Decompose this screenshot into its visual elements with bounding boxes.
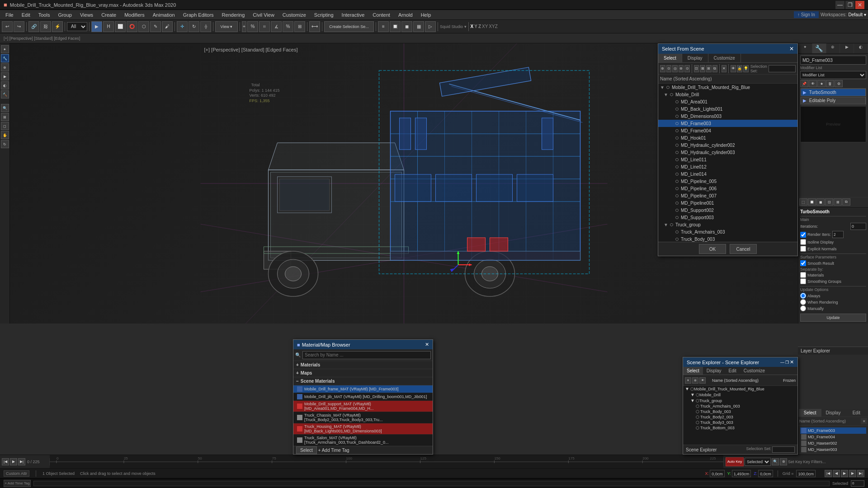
rect-sel-btn[interactable]: ⬜ [115, 21, 126, 32]
show-results-btn[interactable]: 👁 [809, 80, 817, 87]
select-dialog-tab-display[interactable]: Display [682, 54, 708, 62]
mb-scene-materials-section[interactable]: − Scene Materials [293, 377, 433, 385]
sd-tb-3[interactable]: ◎ [672, 65, 678, 72]
scene-item-truck-body[interactable]: ▸ ⬡ Truck_Body_003 [658, 235, 797, 242]
scene-item-md-pipeline-006[interactable]: ▸ ⬡ MD_Pipeline_006 [658, 185, 797, 192]
se-expand-2[interactable]: ▼ [690, 398, 695, 403]
mb-footer[interactable]: Select + Add Time Tag [293, 446, 433, 454]
menu-edit[interactable]: Edit [18, 10, 34, 20]
paint-sel-btn[interactable]: 🖌 [162, 21, 173, 32]
scene-item-mobile-drill[interactable]: ▼ ⬡ Mobile_Drill [658, 91, 797, 98]
add-time-tag-btn[interactable]: + Add Time Tag [4, 480, 31, 487]
selection-set-input[interactable] [769, 65, 796, 72]
modify-tab[interactable]: 🔧 [812, 43, 826, 53]
when-rendering-radio[interactable] [800, 299, 806, 305]
rotate-btn[interactable]: ↻ [189, 21, 199, 32]
select-move-btn[interactable]: ✛ [177, 21, 188, 32]
zoom-icon[interactable]: 🔍 [1, 104, 9, 112]
material-btn[interactable]: ◼ [401, 21, 412, 32]
rsp-tab-display[interactable]: Display [821, 409, 844, 417]
pb-end-btn[interactable]: ▶| [857, 470, 864, 477]
percent-snap-btn[interactable]: % [283, 21, 293, 32]
object-name-input[interactable] [800, 56, 866, 65]
rsp-item-hawser002[interactable]: MD_Hawser002 [800, 440, 866, 446]
sd-tb-lock[interactable]: 🔒 [737, 65, 742, 72]
scale-btn[interactable]: ⟠ [200, 21, 211, 32]
bind-btn[interactable]: ⚡ [52, 21, 63, 32]
mod-icon-5[interactable]: ⊠ [834, 198, 842, 206]
field-of-view-icon[interactable]: ◻ [1, 122, 9, 130]
se-item-truck-body[interactable]: ⬡ Truck_Body_003 [683, 409, 797, 414]
hierarchy-icon[interactable]: ⊕ [1, 63, 9, 71]
menu-rendering[interactable]: Rendering [218, 10, 249, 20]
pin-stack-btn[interactable]: 📌 [800, 80, 808, 87]
scene-item-md-support002[interactable]: ▸ ⬡ MD_Support002 [658, 206, 797, 214]
se-restore-btn[interactable]: ❐ [785, 359, 789, 365]
mod-icon-3[interactable]: ◼ [816, 198, 825, 206]
mb-add-tag[interactable]: + Add Time Tag [318, 448, 349, 453]
selection-filter[interactable]: All [67, 22, 87, 31]
layer-btn[interactable]: ≡ [378, 21, 389, 32]
scene-item-md-line011[interactable]: ▸ ⬡ MD_Line011 [658, 156, 797, 163]
scene-item-md-dimensions[interactable]: ▸ ⬡ MD_Dimensions003 [658, 113, 797, 120]
se-tab-customize[interactable]: Customize [740, 367, 769, 375]
menu-content[interactable]: Content [369, 10, 394, 20]
mb-item-salon-mat[interactable]: Truck_Salon_MAT (VRayMtl) [Truck_Armchai… [293, 435, 433, 446]
scene-item-md-line014[interactable]: ▸ ⬡ MD_Line014 [658, 170, 797, 178]
quick-render-btn[interactable]: ▷ [425, 21, 436, 32]
scene-item-md-area[interactable]: ▸ ⬡ MD_Area001 [658, 98, 797, 105]
scene-item-md-pipeline-007[interactable]: ▸ ⬡ MD_Pipeline_007 [658, 192, 797, 199]
pb-prev-btn[interactable]: ◀ [833, 470, 840, 477]
render-iters-input[interactable] [832, 231, 844, 238]
orbit-icon[interactable]: ↻ [1, 140, 9, 148]
hierarchy-tab[interactable]: ⊕ [826, 43, 840, 53]
key-filter-2[interactable]: ⊛ [780, 458, 787, 465]
update-btn[interactable]: Update [800, 314, 866, 322]
rsp-close-btn[interactable]: ✕ [861, 418, 867, 424]
play-btn[interactable]: ▶ [10, 458, 17, 465]
se-tb-3[interactable]: 👁 [699, 377, 706, 384]
scene-item-md-hydraulic-003[interactable]: ▸ ⬡ MD_Hydraulic_cylinder003 [658, 149, 797, 156]
mod-icon-1[interactable]: ⬚ [799, 198, 807, 206]
scene-item-md-frame003[interactable]: ▸ ⬡ MD_Frame003 [658, 120, 797, 127]
sd-tb-7[interactable]: ⊠ [700, 65, 705, 72]
smooth-result-check[interactable] [800, 260, 806, 266]
se-selection-set-input[interactable] [772, 446, 795, 453]
redo-btn[interactable]: ↪ [14, 21, 24, 32]
menu-scripting[interactable]: Scripting [311, 10, 337, 20]
scene-item-md-support003[interactable]: ▸ ⬡ MD_Support003 [658, 214, 797, 221]
menu-tools[interactable]: Tools [35, 10, 54, 20]
minimize-btn[interactable]: — [835, 1, 844, 9]
select-btn[interactable]: ▶ [91, 21, 102, 32]
mb-item-chassis-mat[interactable]: Truck_Chassis_MAT (VRayMtl) [Truck_Body2… [293, 412, 433, 423]
scene-item-md-hydraulic-002[interactable]: ▸ ⬡ MD_Hydraulic_cylinder002 [658, 141, 797, 149]
se-tab-select[interactable]: Select [683, 367, 703, 375]
fence-sel-btn[interactable]: ⬡ [138, 21, 149, 32]
prev-frame-btn[interactable]: |◀ [2, 458, 9, 465]
view-btn[interactable]: View ▾ [215, 21, 238, 32]
mb-item-frame-mat[interactable]: Mobile_Drill_frame_MAT (VRayMtl) [MD_Fra… [293, 385, 433, 393]
unlink-btn[interactable]: ⛓ [40, 21, 51, 32]
modify-icon[interactable]: 🔧 [1, 54, 9, 62]
circ-sel-btn[interactable]: ⭕ [127, 21, 137, 32]
se-expand-1[interactable]: ▼ [690, 392, 695, 397]
mod-icon-6[interactable]: ⧉ [842, 198, 850, 206]
create-tab[interactable]: ✦ [798, 43, 812, 53]
custom-attr-btn[interactable]: Custom Attr [4, 470, 29, 477]
workspace-value[interactable]: Default ▾ [849, 12, 866, 17]
menu-create[interactable]: Create [98, 10, 120, 20]
scene-item-md-frame004[interactable]: ▸ ⬡ MD_Frame004 [658, 127, 797, 134]
se-close-btn[interactable]: ✕ [790, 359, 794, 365]
se-tb-1[interactable]: ✕ [685, 377, 691, 384]
utilities-icon[interactable]: 🔨 [1, 90, 9, 99]
scene-item-truck-group[interactable]: ▼ ⬡ Truck_group [658, 221, 797, 228]
remove-modifier-btn[interactable]: 🗑 [826, 80, 834, 87]
angle-snap-btn[interactable]: ∡ [271, 21, 282, 32]
se-minimize-btn[interactable]: — [780, 359, 784, 365]
configure-modifier-btn[interactable]: ⚙ [835, 80, 843, 87]
mb-select-btn[interactable]: Select [296, 446, 317, 454]
se-item-truck-body2[interactable]: ⬡ Truck_Body2_003 [683, 414, 797, 420]
sd-close-x[interactable]: ✕ [722, 65, 727, 72]
scene-item-md-back-lights[interactable]: ▸ ⬡ MD_Back_Lights001 [658, 105, 797, 113]
explicit-normals-check[interactable] [800, 246, 806, 252]
